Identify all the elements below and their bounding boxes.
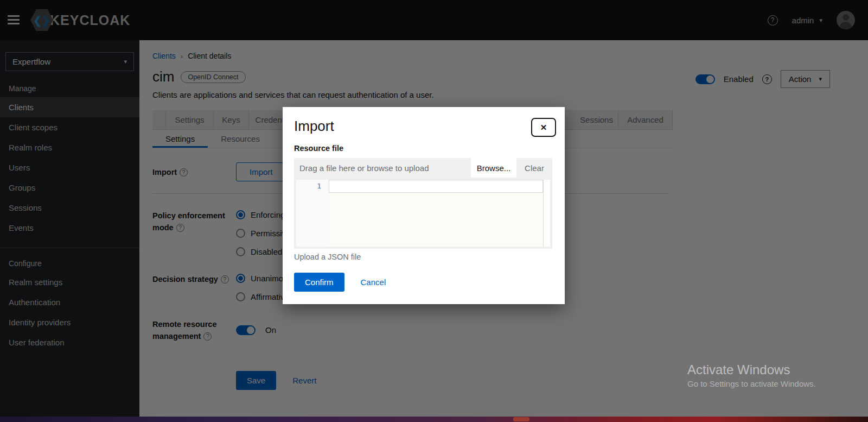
editor-current-line[interactable] [329, 180, 543, 193]
file-drop-input[interactable]: Drag a file here or browse to upload [294, 158, 471, 178]
browse-button[interactable]: Browse... [471, 158, 516, 178]
editor-scrollbar[interactable] [543, 180, 550, 247]
file-upload-bar: Drag a file here or browse to upload Bro… [294, 158, 552, 178]
close-icon[interactable]: ✕ [531, 118, 556, 137]
editor-body[interactable] [329, 180, 550, 247]
upload-helper-text: Upload a JSON file [294, 253, 361, 261]
import-modal: Import ✕ Resource file Drag a file here … [283, 107, 565, 304]
resource-file-label: Resource file [294, 144, 343, 153]
clear-button[interactable]: Clear [516, 158, 552, 178]
modal-title: Import [294, 118, 334, 135]
taskbar-strip [0, 417, 868, 422]
modal-actions: Confirm Cancel [294, 273, 386, 292]
keycloak-admin-screen: ❮❯ KEYCLOAK ? admin ▾ Expertflow ▾ Manag… [0, 0, 868, 422]
editor-line-number: 1 [296, 180, 329, 247]
confirm-button[interactable]: Confirm [294, 273, 344, 292]
cancel-link[interactable]: Cancel [361, 278, 386, 287]
json-editor[interactable]: 1 [294, 178, 552, 249]
taskbar-icon [513, 417, 529, 421]
